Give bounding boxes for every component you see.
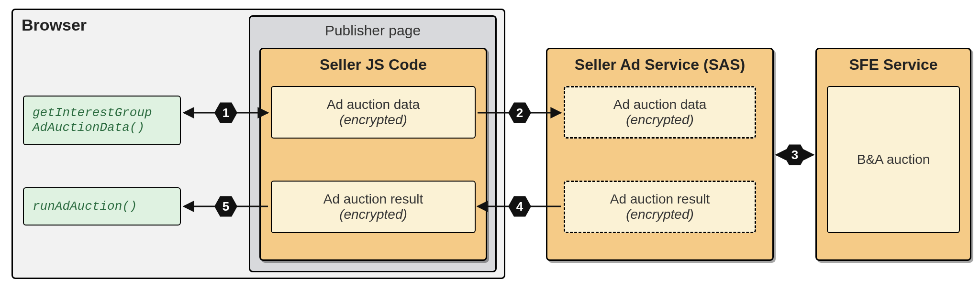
sas-result-label: Ad auction result (610, 192, 710, 207)
ad-auction-data-encrypted: (encrypted) (339, 112, 407, 128)
seller-js-ad-auction-data: Ad auction data (encrypted) (271, 86, 476, 139)
seller-js-title: Seller JS Code (261, 56, 486, 74)
ad-auction-result-encrypted: (encrypted) (339, 207, 407, 222)
browser-title: Browser (22, 16, 87, 34)
ad-auction-data-label: Ad auction data (327, 97, 420, 112)
api-get-interest-group: getInterestGroup AdAuctionData() (23, 96, 181, 145)
sas-ad-auction-result: Ad auction result (encrypted) (564, 181, 756, 233)
step-badge-4: 4 (508, 195, 531, 218)
sas-data-encrypted: (encrypted) (626, 112, 694, 128)
sfe-title: SFE Service (817, 56, 970, 74)
sas-title: Seller Ad Service (SAS) (547, 56, 772, 74)
sas-ad-auction-data: Ad auction data (encrypted) (564, 86, 756, 139)
step-badge-2: 2 (508, 101, 531, 124)
ba-auction-box: B&A auction (827, 86, 960, 233)
sas-data-label: Ad auction data (613, 97, 707, 112)
api-run-ad-auction: runAdAuction() (23, 187, 181, 226)
seller-js-ad-auction-result: Ad auction result (encrypted) (271, 181, 476, 233)
ba-auction-label: B&A auction (857, 152, 930, 167)
sas-result-encrypted: (encrypted) (626, 207, 694, 222)
ad-auction-result-label: Ad auction result (323, 192, 423, 207)
step-badge-3: 3 (783, 143, 806, 166)
publisher-page-title: Publisher page (250, 22, 495, 39)
diagram-canvas: Browser Publisher page Seller JS Code Ad… (0, 0, 980, 290)
